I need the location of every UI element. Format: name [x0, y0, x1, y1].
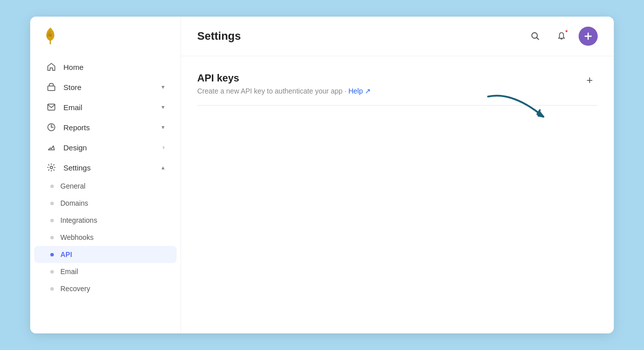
webhooks-label: Webhooks: [60, 233, 94, 241]
settings-icon: [46, 162, 56, 172]
user-avatar-button[interactable]: [579, 27, 598, 46]
sidebar: Home Store ▾ Email ▾: [30, 17, 181, 333]
api-keys-subtitle-text: Create a new API key to authenticate you…: [197, 87, 348, 95]
integrations-label: Integrations: [60, 216, 97, 224]
api-keys-title: API keys: [197, 72, 371, 84]
notification-button[interactable]: [552, 27, 571, 45]
email-sub-dot: [50, 270, 54, 274]
app-logo-icon: [42, 27, 58, 45]
svg-rect-1: [48, 86, 55, 91]
settings-chevron-icon: ▴: [162, 164, 165, 171]
add-api-key-button[interactable]: +: [582, 72, 598, 89]
api-keys-section-header: API keys Create a new API key to authent…: [197, 72, 598, 106]
app-window: Home Store ▾ Email ▾: [30, 17, 614, 333]
api-dot: [50, 253, 54, 256]
topbar: Settings: [181, 17, 614, 56]
design-chevron-icon: ›: [163, 144, 165, 151]
settings-sub-nav: General Domains Integrations Webhooks AP…: [34, 178, 177, 297]
svg-point-0: [49, 34, 52, 37]
notification-dot: [565, 29, 569, 33]
sidebar-item-store-label: Store: [63, 83, 162, 92]
content-area: API keys Create a new API key to authent…: [181, 56, 614, 333]
sidebar-item-settings[interactable]: Settings ▴: [34, 157, 177, 178]
sidebar-item-email-label: Email: [63, 103, 162, 112]
design-icon: [46, 142, 56, 152]
sidebar-item-store[interactable]: Store ▾: [34, 77, 177, 97]
email-sub-label: Email: [60, 268, 78, 276]
general-label: General: [60, 182, 86, 190]
search-button[interactable]: [526, 27, 544, 45]
recovery-dot: [50, 287, 54, 291]
sidebar-item-home[interactable]: Home: [34, 57, 177, 77]
sidebar-item-integrations[interactable]: Integrations: [34, 212, 177, 229]
sidebar-item-api[interactable]: API: [34, 246, 177, 263]
sidebar-item-email[interactable]: Email ▾: [34, 97, 177, 117]
sidebar-navigation: Home Store ▾ Email ▾: [30, 57, 181, 323]
topbar-actions: [526, 27, 598, 46]
sidebar-item-email-sub[interactable]: Email: [34, 263, 177, 280]
domains-label: Domains: [60, 199, 88, 207]
add-api-key-icon: +: [587, 74, 593, 87]
api-label: API: [60, 250, 72, 258]
reports-chevron-icon: ▾: [162, 124, 165, 131]
sidebar-item-webhooks[interactable]: Webhooks: [34, 229, 177, 246]
sidebar-item-reports[interactable]: Reports ▾: [34, 117, 177, 137]
integrations-dot: [50, 219, 54, 222]
main-content: Settings: [181, 17, 614, 333]
home-icon: [46, 62, 56, 72]
store-icon: [46, 82, 56, 92]
search-icon: [531, 32, 540, 41]
general-dot: [50, 185, 54, 188]
plus-icon: [583, 31, 593, 41]
sidebar-item-settings-label: Settings: [63, 163, 162, 172]
domains-dot: [50, 202, 54, 205]
sidebar-item-domains[interactable]: Domains: [34, 195, 177, 212]
svg-rect-2: [48, 104, 55, 110]
api-keys-title-block: API keys Create a new API key to authent…: [197, 72, 371, 95]
sidebar-item-recovery[interactable]: Recovery: [34, 280, 177, 297]
webhooks-dot: [50, 236, 54, 239]
sidebar-logo: [30, 27, 181, 57]
api-keys-subtitle: Create a new API key to authenticate you…: [197, 87, 371, 95]
page-title: Settings: [197, 30, 241, 43]
email-icon: [46, 102, 56, 112]
recovery-label: Recovery: [60, 285, 90, 293]
store-chevron-icon: ▾: [162, 83, 165, 91]
sidebar-item-design[interactable]: Design ›: [34, 137, 177, 157]
sidebar-item-home-label: Home: [63, 63, 165, 71]
sidebar-item-general[interactable]: General: [34, 178, 177, 195]
sidebar-item-design-label: Design: [63, 143, 163, 152]
api-keys-help-link[interactable]: Help ↗: [348, 87, 371, 95]
bell-icon: [557, 32, 566, 41]
reports-icon: [46, 122, 56, 132]
sidebar-item-reports-label: Reports: [63, 123, 162, 132]
svg-point-4: [50, 166, 53, 169]
email-chevron-icon: ▾: [162, 104, 165, 111]
